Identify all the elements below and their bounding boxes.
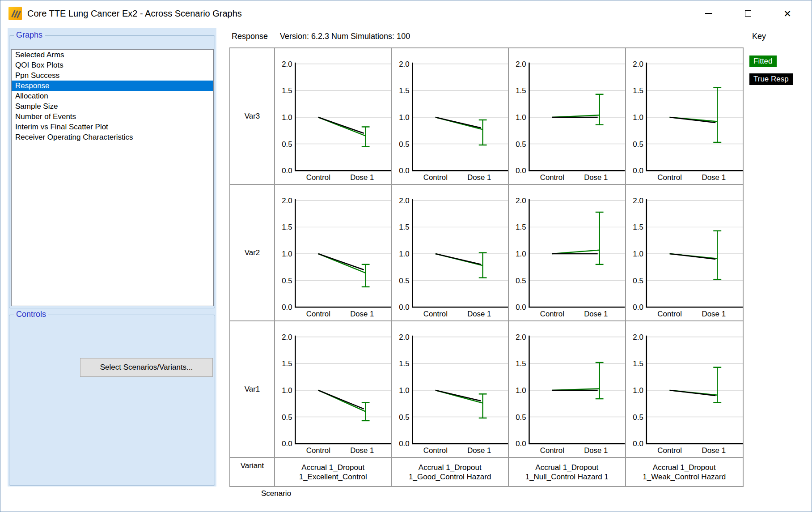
svg-text:2.0: 2.0 — [399, 60, 409, 68]
graphs-groupbox: Graphs Selected ArmsQOI Box PlotsPpn Suc… — [9, 35, 215, 308]
response-chart-panel: 0.00.51.01.52.0ControlDose 1 — [392, 321, 509, 458]
svg-text:Dose 1: Dose 1 — [702, 310, 726, 318]
svg-text:2.0: 2.0 — [516, 333, 526, 341]
svg-text:2.0: 2.0 — [282, 196, 292, 205]
svg-text:Dose 1: Dose 1 — [467, 446, 491, 455]
graphs-listbox[interactable]: Selected ArmsQOI Box PlotsPpn SuccessRes… — [11, 49, 214, 306]
svg-text:1.5: 1.5 — [399, 86, 409, 95]
svg-text:0.5: 0.5 — [633, 277, 643, 285]
svg-text:2.0: 2.0 — [633, 196, 643, 205]
svg-text:Control: Control — [423, 310, 447, 318]
graphs-list-item[interactable]: Sample Size — [12, 101, 213, 111]
svg-text:Dose 1: Dose 1 — [350, 310, 374, 318]
graphs-groupbox-label: Graphs — [14, 30, 45, 40]
svg-text:0.0: 0.0 — [282, 303, 292, 311]
svg-text:Control: Control — [423, 173, 447, 182]
graphs-list-item[interactable]: Response — [12, 81, 213, 91]
minimize-button[interactable] — [689, 0, 728, 26]
svg-text:0.0: 0.0 — [282, 166, 292, 175]
svg-text:Control: Control — [423, 446, 447, 455]
svg-text:Dose 1: Dose 1 — [584, 173, 608, 182]
response-chart-panel: 0.00.51.01.52.0ControlDose 1 — [392, 185, 509, 321]
graphs-list-item[interactable]: Ppn Success — [12, 70, 213, 81]
left-panel: Graphs Selected ArmsQOI Box PlotsPpn Suc… — [8, 28, 216, 486]
svg-text:Control: Control — [306, 173, 330, 182]
graphs-list-item[interactable]: Interim vs Final Scatter Plot — [12, 122, 213, 132]
graphs-list-item[interactable]: Number of Events — [12, 111, 213, 122]
response-chart-panel: 0.00.51.01.52.0ControlDose 1 — [626, 185, 743, 321]
svg-text:0.0: 0.0 — [516, 439, 526, 448]
svg-text:0.5: 0.5 — [516, 277, 526, 285]
svg-text:1.0: 1.0 — [282, 386, 292, 395]
svg-text:0.5: 0.5 — [633, 140, 643, 149]
svg-text:1.5: 1.5 — [633, 359, 643, 368]
select-scenarios-variants-button[interactable]: Select Scenarios/Variants... — [80, 358, 213, 377]
svg-text:0.5: 0.5 — [399, 140, 409, 149]
svg-text:1.5: 1.5 — [516, 359, 526, 368]
response-chart-panel: 0.00.51.01.52.0ControlDose 1 — [509, 48, 626, 185]
svg-text:1.5: 1.5 — [399, 223, 409, 231]
response-chart-panel: 0.00.51.01.52.0ControlDose 1 — [509, 185, 626, 321]
close-button[interactable]: ✕ — [768, 0, 807, 26]
window-title: Core TTE Lung Cancer Ex2 - Across Scenar… — [27, 0, 242, 26]
chart-grid: Var30.00.51.01.52.0ControlDose 10.00.51.… — [229, 47, 744, 487]
svg-text:0.5: 0.5 — [282, 140, 292, 149]
legend-chip-true-resp: True Resp — [749, 73, 793, 85]
svg-text:1.5: 1.5 — [282, 359, 292, 368]
graphs-list-item[interactable]: Receiver Operating Characteristics — [12, 132, 213, 142]
variant-name: Accrual 1_Dropout 1_Excellent_Control — [275, 458, 392, 486]
maximize-icon — [745, 10, 751, 17]
svg-text:1.5: 1.5 — [516, 86, 526, 95]
response-chart-panel: 0.00.51.01.52.0ControlDose 1 — [509, 321, 626, 458]
svg-text:1.5: 1.5 — [282, 86, 292, 95]
response-chart-panel: 0.00.51.01.52.0ControlDose 1 — [275, 48, 392, 185]
svg-text:2.0: 2.0 — [399, 333, 409, 341]
svg-text:Dose 1: Dose 1 — [584, 446, 608, 455]
svg-text:0.0: 0.0 — [633, 439, 643, 448]
svg-text:1.0: 1.0 — [399, 113, 409, 122]
svg-text:0.5: 0.5 — [633, 413, 643, 422]
svg-text:1.5: 1.5 — [633, 223, 643, 231]
response-chart-panel: 0.00.51.01.52.0ControlDose 1 — [275, 321, 392, 458]
svg-text:0.0: 0.0 — [516, 166, 526, 175]
svg-text:2.0: 2.0 — [633, 60, 643, 68]
svg-text:0.5: 0.5 — [282, 277, 292, 285]
svg-text:Control: Control — [540, 173, 564, 182]
maximize-button[interactable] — [728, 0, 768, 26]
variant-name: Accrual 1_Dropout 1_Good_Control Hazard — [392, 458, 509, 486]
svg-text:2.0: 2.0 — [516, 196, 526, 205]
svg-text:0.0: 0.0 — [633, 303, 643, 311]
row-label-var1: Var1 — [230, 321, 275, 458]
svg-text:Dose 1: Dose 1 — [467, 310, 491, 318]
response-chart-panel: 0.00.51.01.52.0ControlDose 1 — [275, 185, 392, 321]
controls-groupbox-label: Controls — [14, 310, 48, 319]
graphs-list-item[interactable]: QOI Box Plots — [12, 60, 213, 70]
svg-text:0.0: 0.0 — [516, 303, 526, 311]
controls-groupbox: Controls Select Scenarios/Variants... — [9, 315, 215, 486]
svg-text:Control: Control — [306, 446, 330, 455]
svg-text:0.0: 0.0 — [399, 303, 409, 311]
row-label-var3: Var3 — [230, 48, 275, 185]
key-label: Key — [752, 32, 766, 41]
svg-text:2.0: 2.0 — [399, 196, 409, 205]
graphs-list-item[interactable]: Selected Arms — [12, 50, 213, 60]
svg-text:Dose 1: Dose 1 — [350, 446, 374, 455]
titlebar[interactable]: Core TTE Lung Cancer Ex2 - Across Scenar… — [0, 0, 812, 26]
variant-name: Accrual 1_Dropout 1_Weak_Control Hazard — [626, 458, 743, 486]
svg-text:Dose 1: Dose 1 — [350, 173, 374, 182]
svg-text:1.5: 1.5 — [633, 86, 643, 95]
svg-text:Control: Control — [657, 173, 682, 182]
svg-text:1.5: 1.5 — [282, 223, 292, 231]
svg-text:0.5: 0.5 — [282, 413, 292, 422]
graphs-list-item[interactable]: Allocation — [12, 91, 213, 101]
svg-text:1.0: 1.0 — [282, 113, 292, 122]
svg-text:2.0: 2.0 — [282, 60, 292, 68]
svg-text:1.0: 1.0 — [399, 250, 409, 258]
svg-text:0.5: 0.5 — [399, 277, 409, 285]
version-info: Version: 6.2.3 Num Simulations: 100 — [280, 32, 410, 41]
svg-text:0.0: 0.0 — [282, 439, 292, 448]
svg-text:1.0: 1.0 — [399, 386, 409, 395]
legend-chip-fitted: Fitted — [749, 55, 777, 67]
response-chart-panel: 0.00.51.01.52.0ControlDose 1 — [626, 48, 743, 185]
graph-title: Response — [232, 32, 268, 41]
